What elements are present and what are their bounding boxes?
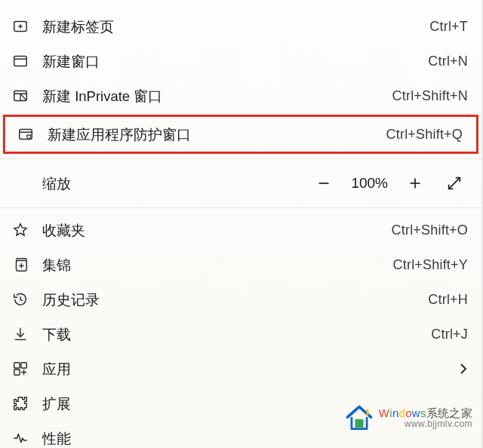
menu-item-shortcut: Ctrl+Shift+N (392, 88, 468, 104)
brand-url: www.bjjmlv.com (379, 419, 472, 429)
menu-item-label: 集锦 (42, 256, 393, 275)
menu-item-history[interactable]: 历史记录 Ctrl+H (0, 282, 481, 317)
menu-item-shortcut: Ctrl+Shift+Y (393, 257, 468, 273)
menu-item-shortcut: Ctrl+T (429, 19, 468, 35)
menu-item-shortcut: Ctrl+J (431, 327, 468, 342)
menu-item-downloads[interactable]: 下载 Ctrl+J (0, 317, 481, 351)
menu-item-favorites[interactable]: 收藏夹 Ctrl+Shift+O (0, 213, 481, 247)
extensions-icon (12, 395, 29, 412)
menu-divider (0, 158, 481, 159)
svg-rect-19 (21, 363, 26, 368)
menu-item-inprivate[interactable]: 新建 InPrivate 窗口 Ctrl+Shift+N (0, 78, 481, 113)
menu-item-label: 历史记录 (42, 290, 428, 309)
menu-item-label: 新建标签页 (42, 17, 429, 36)
menu-item-shortcut: Ctrl+H (428, 292, 468, 308)
history-icon (12, 291, 29, 308)
window-icon (12, 53, 29, 69)
performance-icon (12, 430, 29, 446)
svg-rect-23 (355, 419, 363, 428)
menu-item-label: 新建窗口 (42, 52, 428, 71)
menu-item-shortcut: Ctrl+Shift+Q (386, 127, 463, 143)
zoom-in-button[interactable] (398, 167, 432, 200)
zoom-controls: 100% (307, 167, 471, 200)
menu-item-new-window[interactable]: 新建窗口 Ctrl+N (0, 44, 481, 78)
menu-item-collections[interactable]: 集锦 Ctrl+Shift+Y (0, 247, 481, 282)
menu-item-shortcut: Ctrl+Shift+O (392, 222, 468, 238)
menu-item-new-tab[interactable]: 新建标签页 Ctrl+T (0, 9, 481, 44)
svg-rect-18 (14, 363, 20, 368)
svg-rect-3 (14, 57, 27, 66)
house-logo-icon (343, 401, 376, 434)
svg-rect-20 (14, 370, 20, 375)
download-icon (12, 326, 29, 342)
menu-item-label: 新建应用程序防护窗口 (48, 125, 386, 144)
brand-name: Windows系统之家 (379, 407, 472, 419)
guard-icon (17, 126, 34, 143)
plus-tab-icon (12, 18, 29, 35)
zoom-out-button[interactable] (307, 167, 340, 200)
apps-icon (12, 361, 29, 377)
fullscreen-button[interactable] (438, 167, 471, 200)
chevron-right-icon (459, 362, 468, 376)
zoom-value: 100% (345, 175, 394, 192)
menu-item-label: 应用 (42, 360, 459, 379)
menu-item-application-guard[interactable]: 新建应用程序防护窗口 Ctrl+Shift+Q (3, 115, 478, 154)
menu-divider (0, 207, 481, 208)
browser-main-menu: 新建标签页 Ctrl+T 新建窗口 Ctrl+N 新建 InPrivate 窗口… (0, 0, 483, 448)
menu-zoom-row: 缩放 100% (0, 164, 481, 203)
menu-item-label: 下载 (42, 325, 431, 344)
zoom-label: 缩放 (42, 174, 71, 193)
collections-icon (12, 256, 29, 273)
watermark-brand: Windows系统之家 www.bjjmlv.com (343, 401, 472, 434)
menu-item-apps[interactable]: 应用 (0, 351, 481, 386)
menu-item-shortcut: Ctrl+N (428, 54, 468, 69)
svg-line-12 (449, 178, 460, 189)
star-icon (12, 222, 29, 238)
menu-item-label: 新建 InPrivate 窗口 (42, 87, 392, 106)
inprivate-icon (12, 87, 29, 104)
menu-item-label: 收藏夹 (42, 221, 392, 240)
